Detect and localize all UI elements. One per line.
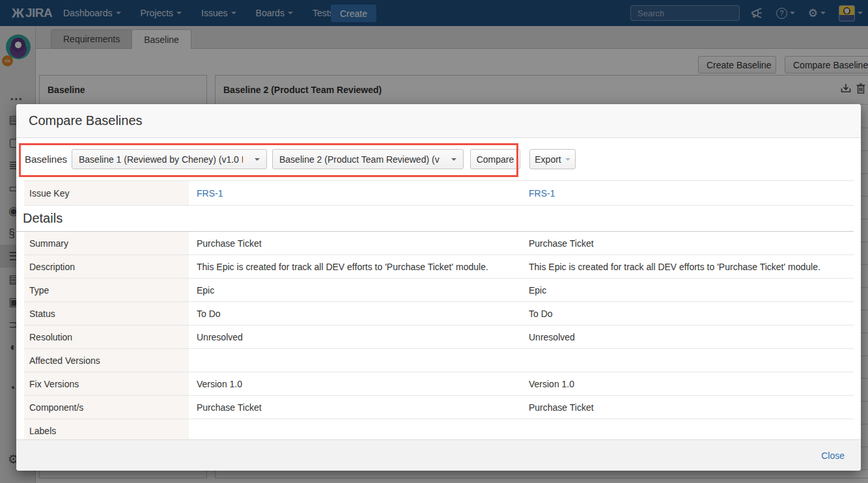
- baseline-1-selected-value: Baseline 1 (Reviewed by Cheney) (v1.0 I: [79, 154, 243, 165]
- details-section-title: Details: [16, 206, 854, 232]
- row-label: Component/s: [24, 396, 189, 419]
- dialog-footer: Close: [16, 439, 861, 471]
- row-value-baseline-1: [189, 419, 521, 442]
- table-row: Status To Do To Do: [24, 302, 854, 325]
- table-row: Resolution Unresolved Unresolved: [24, 325, 854, 349]
- row-value-baseline-1: Epic: [189, 279, 521, 301]
- issue-key-link[interactable]: FRS-1: [197, 188, 223, 199]
- row-value-baseline-1: This Epic is created for track all DEV e…: [189, 255, 521, 278]
- export-button-label: Export: [535, 154, 561, 165]
- baseline-2-select[interactable]: Baseline 2 (Product Team Reviewed) (v1: [272, 149, 464, 169]
- baseline-2-selected-value: Baseline 2 (Product Team Reviewed) (v1: [279, 154, 440, 165]
- baselines-label: Baselines: [25, 149, 67, 169]
- close-link[interactable]: Close: [821, 450, 845, 461]
- table-row: Description This Epic is created for tra…: [24, 255, 854, 279]
- row-value-baseline-2: [521, 419, 854, 442]
- row-label: Resolution: [24, 325, 189, 348]
- row-value-baseline-1: Purchase Ticket: [189, 396, 521, 419]
- row-value-baseline-2: [521, 349, 854, 372]
- row-value-baseline-1: Purchase Ticket: [189, 232, 521, 255]
- table-row: Summary Purchase Ticket Purchase Ticket: [24, 232, 854, 255]
- table-row: Component/s Purchase Ticket Purchase Tic…: [24, 396, 854, 419]
- export-button[interactable]: Export: [529, 149, 576, 169]
- row-value-baseline-1: Unresolved: [189, 325, 521, 348]
- baselines-form-row: Baselines Baseline 1 (Reviewed by Cheney…: [16, 138, 861, 180]
- row-label: Type: [24, 279, 189, 301]
- row-label: Fix Versions: [24, 372, 189, 395]
- row-value-baseline-1: To Do: [189, 302, 521, 325]
- row-value-baseline-2: Purchase Ticket: [521, 232, 854, 255]
- row-label: Affected Versions: [24, 349, 189, 372]
- table-row: Type Epic Epic: [24, 279, 854, 302]
- baseline-1-select[interactable]: Baseline 1 (Reviewed by Cheney) (v1.0 I: [72, 149, 267, 169]
- chevron-down-icon: [565, 158, 570, 161]
- table-row: Affected Versions: [24, 349, 854, 372]
- comparison-table: Issue Key FRS-1 FRS-1 Details Summary Pu…: [24, 180, 854, 443]
- dialog-title: Compare Baselines: [29, 113, 143, 128]
- dialog-header: Compare Baselines: [16, 104, 861, 138]
- compare-baselines-dialog: Compare Baselines Baselines Baseline 1 (…: [16, 104, 861, 471]
- row-label: Summary: [24, 232, 189, 255]
- row-value-baseline-2: Epic: [521, 279, 854, 301]
- row-value-baseline-1: Version 1.0: [189, 372, 521, 395]
- row-label: Issue Key: [24, 181, 189, 205]
- jira-window: Ж JIRA Dashboards Projects Issues: [0, 0, 868, 483]
- compare-button[interactable]: Compare: [470, 149, 520, 169]
- row-value-baseline-2: Version 1.0: [521, 372, 854, 395]
- chevron-down-icon: [451, 158, 456, 161]
- issue-key-link[interactable]: FRS-1: [529, 188, 555, 199]
- row-label: Status: [24, 302, 189, 325]
- row-label: Labels: [24, 419, 189, 442]
- row-value-baseline-2: This Epic is created for track all DEV e…: [521, 255, 854, 278]
- row-value-baseline-1: [189, 349, 521, 372]
- chevron-down-icon: [255, 158, 260, 161]
- table-row: Fix Versions Version 1.0 Version 1.0: [24, 372, 854, 396]
- table-row-issue-key: Issue Key FRS-1 FRS-1: [24, 180, 854, 206]
- row-value-baseline-2: To Do: [521, 302, 854, 325]
- row-label: Description: [24, 255, 189, 278]
- row-value-baseline-2: Unresolved: [521, 325, 854, 348]
- row-value-baseline-2: Purchase Ticket: [521, 396, 854, 419]
